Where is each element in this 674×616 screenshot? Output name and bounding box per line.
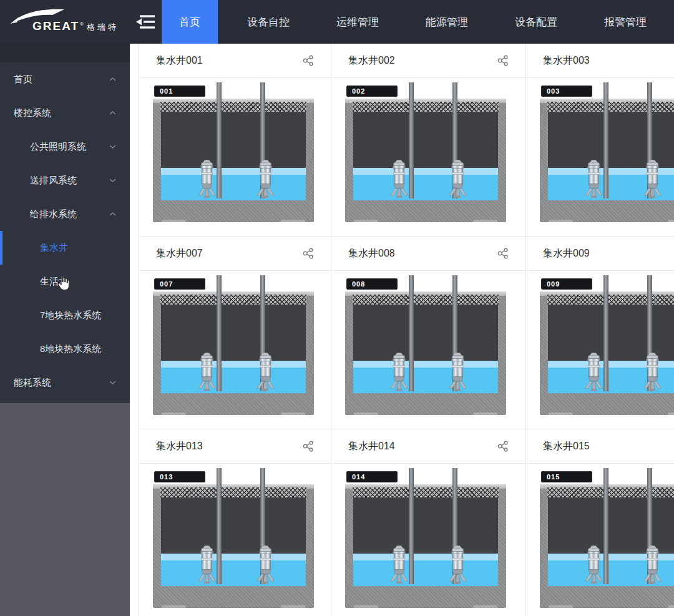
share-button[interactable] [497, 440, 509, 452]
pump1-icon [197, 351, 217, 393]
card-title: 集水井009 [526, 247, 590, 260]
well-diagram: 003 1#泵 2#泵 [540, 82, 674, 222]
water-surface [353, 554, 498, 560]
water-level [161, 361, 306, 393]
top-nav-bar: GREAT ® 格瑞特 首页 设备自控 运维管理 能源管理 设备配置 报警管理 [0, 0, 674, 44]
sidebar-item-public-lighting[interactable]: 公共照明系统 [0, 130, 130, 164]
sidebar-collapse-button[interactable] [128, 0, 162, 44]
card-body: 008 1#泵 2#泵 [331, 271, 525, 429]
card-header: 集水井014 [331, 429, 525, 464]
sidebar-item-home[interactable]: 首页 [0, 62, 130, 96]
share-button[interactable] [302, 54, 315, 67]
chevron-down-icon [109, 381, 116, 385]
share-button[interactable] [302, 247, 315, 260]
share-button[interactable] [302, 440, 315, 452]
water-surface [161, 361, 306, 368]
card-title: 集水井008 [331, 247, 395, 260]
sidebar-item-label: 能耗系统 [14, 377, 51, 389]
well-card: 集水井013 [139, 429, 331, 616]
nav-tab-operations-management[interactable]: 运维管理 [319, 0, 396, 44]
pump1-icon [584, 159, 604, 200]
well-diagram: 009 1#泵 2#泵 [540, 275, 674, 415]
well-grate [160, 295, 306, 305]
well-tag: 013 [154, 471, 205, 482]
card-body: 014 1#泵 2#泵 [331, 464, 525, 616]
sidebar-item-energy-consumption[interactable]: 能耗系统 [0, 366, 130, 399]
pump2-icon [447, 544, 468, 585]
water-surface [161, 168, 306, 175]
nav-tab-energy-management[interactable]: 能源管理 [408, 0, 486, 44]
pipe-icon [409, 82, 414, 198]
well-structure: 1#泵 2#泵 [345, 484, 506, 608]
sidebar-item-building-control[interactable]: 楼控系统 [0, 96, 130, 130]
well-structure: 1#泵 2#泵 [345, 291, 506, 415]
card-title: 集水井002 [331, 54, 395, 67]
share-button[interactable] [497, 54, 509, 67]
pump1-label: 1#泵 [354, 220, 378, 233]
pump2-icon [642, 544, 663, 585]
well-card: 集水井002 [331, 44, 526, 237]
sidebar-item-domestic-water[interactable]: 生活水 [0, 265, 130, 298]
well-diagram: 001 1#泵 2#泵 [153, 82, 314, 222]
card-title: 集水井001 [139, 54, 203, 67]
water-level [353, 168, 498, 200]
chevron-up-icon [109, 212, 116, 217]
pump1-label: 1#泵 [162, 220, 186, 233]
sidebar-item-sump-well[interactable]: 集水井 [0, 231, 130, 265]
well-tag: 008 [346, 278, 398, 290]
pump2-label: 2#泵 [668, 413, 674, 426]
top-nav-tabs: 首页 设备自控 运维管理 能源管理 设备配置 报警管理 [162, 0, 674, 44]
well-card: 集水井014 [331, 429, 526, 616]
pump2-label: 2#泵 [473, 220, 497, 233]
card-body: 002 1#泵 2#泵 [331, 78, 525, 236]
nav-tab-device-config[interactable]: 设备配置 [497, 0, 575, 44]
nav-tab-alarm-management[interactable]: 报警管理 [587, 0, 664, 44]
sidebar-item-label: 7地块热水系统 [40, 310, 101, 321]
well-card: 集水井007 [139, 237, 331, 429]
pump2-label: 2#泵 [668, 220, 674, 233]
pump2-icon [642, 159, 663, 200]
well-pit [353, 497, 498, 586]
sidebar-item-water-supply-drainage[interactable]: 给排水系统 [0, 197, 130, 231]
card-header: 集水井007 [139, 237, 331, 271]
chevron-up-icon [109, 77, 116, 82]
well-structure: 1#泵 2#泵 [345, 99, 506, 222]
pump2-icon [447, 159, 468, 200]
sidebar-item-plot8-hot-water[interactable]: 8地块热水系统 [0, 332, 130, 366]
card-header: 集水井009 [526, 237, 674, 271]
pump1-label: 1#泵 [354, 413, 378, 426]
sidebar-item-label: 8地块热水系统 [40, 343, 101, 355]
sidebar-item-label: 集水井 [40, 242, 68, 254]
well-grate [547, 102, 674, 112]
chevron-down-icon [109, 178, 116, 183]
well-tag: 014 [346, 471, 398, 482]
well-structure: 1#泵 2#泵 [153, 484, 314, 608]
well-diagram: 007 1#泵 2#泵 [153, 275, 314, 415]
sidebar-item-plot7-hot-water[interactable]: 7地块热水系统 [0, 298, 130, 332]
nav-tab-home[interactable]: 首页 [162, 0, 218, 44]
brand-name-chinese: 格瑞特 [87, 22, 119, 33]
sidebar-item-ventilation[interactable]: 送排风系统 [0, 164, 130, 197]
pump1-label: 1#泵 [549, 220, 573, 233]
brand-logo: GREAT ® 格瑞特 [0, 0, 128, 44]
share-icon [302, 440, 315, 452]
pump1-icon [584, 544, 604, 585]
menu-fold-icon [134, 12, 156, 31]
card-body: 003 1#泵 2#泵 [526, 78, 674, 236]
sidebar-item-label: 生活水 [40, 276, 68, 288]
share-button[interactable] [497, 247, 509, 260]
well-grate [160, 487, 306, 497]
pump1-label: 1#泵 [162, 605, 186, 616]
brand-name: GREAT [32, 19, 79, 33]
card-header: 集水井001 [139, 44, 331, 78]
pump2-icon [255, 351, 276, 393]
card-header: 集水井008 [331, 237, 525, 271]
well-structure: 1#泵 2#泵 [153, 99, 314, 222]
pump1-icon [389, 544, 409, 585]
well-grate [160, 102, 306, 112]
pump1-icon [389, 159, 409, 200]
nav-tab-device-auto-control[interactable]: 设备自控 [230, 0, 307, 44]
pump2-icon [255, 159, 276, 200]
card-body: 007 1#泵 2#泵 [139, 271, 331, 429]
well-pit [353, 305, 498, 393]
